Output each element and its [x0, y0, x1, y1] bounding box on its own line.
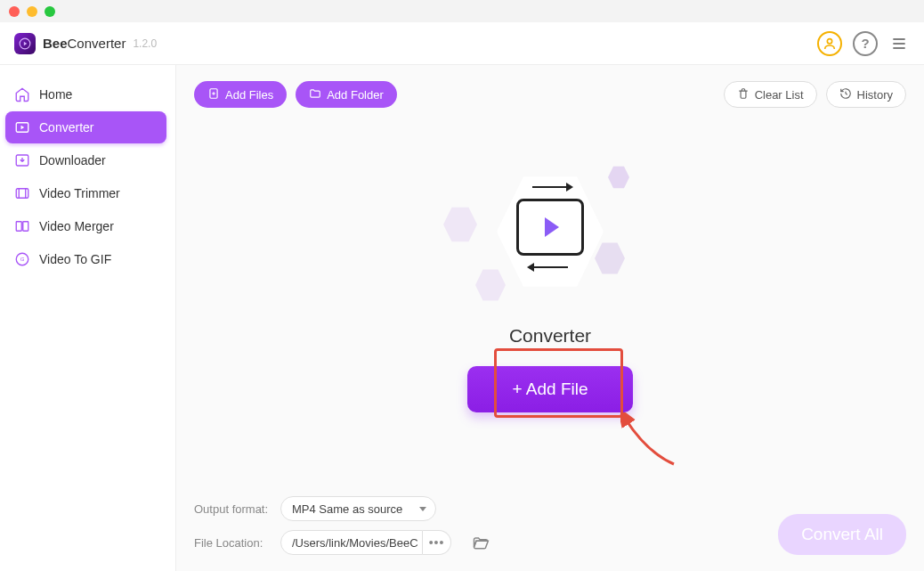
converter-illustration [443, 156, 657, 307]
button-label: Add Folder [327, 88, 384, 102]
download-icon [14, 152, 30, 168]
svg-rect-13 [23, 222, 28, 232]
trimmer-icon [14, 185, 30, 201]
sidebar: Home Converter Downloader Video Trimmer … [0, 65, 176, 571]
app-version: 1.2.0 [133, 37, 157, 50]
sidebar-item-label: Home [39, 87, 72, 102]
empty-state-title: Converter [509, 325, 591, 347]
window-maximize-button[interactable] [45, 6, 55, 17]
gif-icon: G [14, 251, 30, 267]
file-location-label: File Location: [194, 536, 270, 550]
window-titlebar [0, 0, 924, 22]
add-files-button[interactable]: Add Files [194, 81, 287, 108]
browse-location-button[interactable]: ••• [423, 530, 451, 555]
button-label: Add Files [225, 88, 273, 102]
sidebar-item-label: Video Trimmer [39, 186, 120, 200]
sidebar-item-downloader[interactable]: Downloader [5, 144, 166, 176]
path-value: /Users/link/Movies/BeeC [292, 536, 418, 550]
home-icon [14, 86, 30, 102]
svg-line-20 [846, 94, 847, 94]
sidebar-item-merger[interactable]: Video Merger [5, 210, 166, 242]
svg-marker-7 [21, 126, 25, 130]
empty-state: Converter + Add File [176, 108, 924, 487]
main-toolbar: Add Files Add Folder Clear List History [176, 65, 924, 108]
sidebar-item-trimmer[interactable]: Video Trimmer [5, 177, 166, 209]
svg-text:G: G [20, 257, 25, 262]
app-header: BeeConverter 1.2.0 ? [0, 22, 924, 65]
window-close-button[interactable] [9, 6, 20, 17]
sidebar-item-home[interactable]: Home [5, 78, 166, 110]
app-logo-icon [14, 33, 36, 54]
svg-point-2 [827, 38, 831, 43]
main-panel: Add Files Add Folder Clear List History [176, 65, 924, 571]
app-title: BeeConverter [43, 36, 126, 51]
history-icon [839, 87, 852, 102]
sidebar-item-label: Video To GIF [39, 252, 111, 266]
file-location-field: /Users/link/Movies/BeeC [280, 530, 423, 555]
sidebar-item-gif[interactable]: G Video To GIF [5, 243, 166, 275]
window-minimize-button[interactable] [27, 6, 37, 17]
open-folder-button[interactable] [471, 533, 490, 552]
output-format-select[interactable]: MP4 Same as source [280, 496, 436, 521]
sidebar-item-label: Video Merger [39, 219, 114, 233]
help-button[interactable]: ? [853, 31, 878, 56]
file-add-icon [207, 87, 220, 102]
annotation-arrow-icon [620, 412, 677, 468]
history-button[interactable]: History [826, 81, 906, 108]
svg-marker-1 [24, 41, 27, 45]
user-account-button[interactable] [817, 31, 842, 56]
svg-rect-9 [16, 189, 28, 199]
converter-icon [14, 119, 30, 135]
trash-icon [737, 87, 750, 102]
sidebar-item-converter[interactable]: Converter [5, 111, 166, 143]
svg-rect-12 [16, 222, 21, 232]
menu-button[interactable] [888, 31, 910, 56]
sidebar-item-label: Downloader [39, 153, 106, 167]
add-folder-button[interactable]: Add Folder [296, 81, 397, 108]
clear-list-button[interactable]: Clear List [724, 81, 817, 108]
button-label: History [857, 88, 893, 102]
folder-add-icon [309, 87, 321, 102]
output-format-label: Output format: [194, 502, 270, 516]
select-value: MP4 Same as source [292, 502, 402, 516]
convert-all-button[interactable]: Convert All [778, 514, 906, 555]
sidebar-item-label: Converter [39, 120, 93, 135]
button-label: Clear List [755, 88, 804, 102]
add-file-button[interactable]: + Add File [467, 366, 632, 412]
merger-icon [14, 218, 30, 234]
